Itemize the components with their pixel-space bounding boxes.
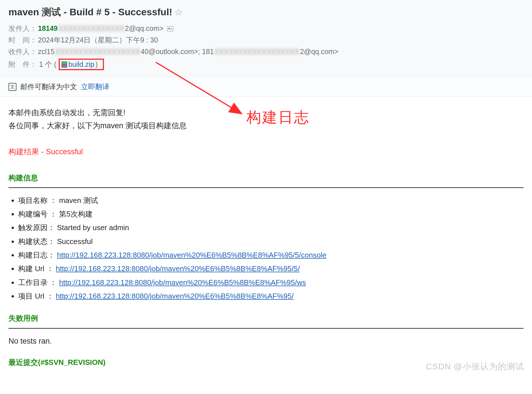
- list-item: 构建状态： Successful: [18, 236, 524, 247]
- recipient-part3: 2@qq.com>: [300, 48, 339, 55]
- sender-row: 发件人： 18149XXXXXXXXXXXXXX2@qq.com>: [8, 24, 524, 33]
- attachment-highlight-box: build.zip): [59, 59, 104, 70]
- sender-masked: XXXXXXXXXXXXXX: [58, 24, 124, 33]
- recipient-part2: 40@outlook.com>; 181: [141, 48, 214, 55]
- sender-suffix: 2@qq.com>: [125, 24, 163, 32]
- sender-label: 发件人：: [8, 24, 37, 33]
- email-header: maven 测试 - Build # 5 - Successful! ☆ 发件人…: [0, 0, 532, 77]
- list-item: 构建编号 ： 第5次构建: [18, 208, 524, 220]
- list-item: 项目名称 ： maven 测试: [18, 195, 524, 206]
- recipient-part1: zcl15: [38, 48, 54, 55]
- build-log-link[interactable]: http://192.168.223.128:8080/job/maven%20…: [57, 251, 326, 259]
- list-item: 工作目录 ： http://192.168.223.128:8080/job/m…: [18, 277, 524, 288]
- attachment-count: 1 个 (: [39, 60, 56, 69]
- annotation-label: 构建日志: [246, 108, 310, 127]
- translate-link[interactable]: 立即翻译: [81, 82, 109, 91]
- project-url-link[interactable]: http://192.168.223.128:8080/job/maven%20…: [56, 292, 294, 300]
- attachment-close: ): [95, 60, 98, 68]
- translate-text: 邮件可翻译为中文: [20, 82, 77, 91]
- separator-1: [8, 187, 524, 188]
- email-body: 本邮件由系统自动发出，无需回复! 各位同事，大家好，以下为maven 测试项目构…: [0, 97, 532, 377]
- subject-text: maven 测试 - Build # 5 - Successful!: [8, 6, 172, 19]
- separator-2: [8, 328, 524, 329]
- recipient-label: 收件人：: [8, 47, 37, 56]
- fail-cases-title: 失败用例: [8, 312, 524, 324]
- attachment-link[interactable]: build.zip: [68, 60, 94, 68]
- list-item: 项目 Url ： http://192.168.223.128:8080/job…: [18, 290, 524, 302]
- build-result: 构建结果 - Successful: [8, 146, 524, 158]
- email-subject: maven 测试 - Build # 5 - Successful! ☆: [8, 6, 524, 19]
- attachment-label: 附 件：: [8, 60, 37, 69]
- build-info-title: 构建信息: [8, 172, 524, 183]
- time-row: 时 间： 2024年12月24日（星期二）下午9 : 30: [8, 35, 524, 45]
- list-item: 构建日志： http://192.168.223.128:8080/job/ma…: [18, 249, 524, 261]
- no-tests-text: No tests ran.: [8, 335, 524, 347]
- build-url-link[interactable]: http://192.168.223.128:8080/job/maven%20…: [56, 264, 300, 273]
- translate-bar: 邮件可翻译为中文 立即翻译: [0, 77, 532, 97]
- time-value: 2024年12月24日（星期二）下午9 : 30: [38, 35, 158, 45]
- recipient-masked-1: XXXXXXXXXXXXXXXXXX: [55, 48, 140, 56]
- watermark: CSDN @小张认为的测试: [426, 361, 524, 372]
- vcard-icon[interactable]: [167, 26, 173, 31]
- workspace-link[interactable]: http://192.168.223.128:8080/job/maven%20…: [59, 278, 306, 287]
- list-item: 触发原因： Started by user admin: [18, 222, 524, 233]
- translate-icon[interactable]: [8, 83, 16, 91]
- build-info-list: 项目名称 ： maven 测试 构建编号 ： 第5次构建 触发原因： Start…: [8, 195, 524, 302]
- sender-prefix: 18149: [38, 24, 58, 32]
- attachment-row: 附 件： 1 个 ( build.zip): [8, 59, 524, 70]
- recipient-row: 收件人： zcl15XXXXXXXXXXXXXXXXXX40@outlook.c…: [8, 47, 524, 56]
- recipient-masked-2: XXXXXXXXXXXXXXXXXX: [214, 48, 299, 56]
- time-label: 时 间：: [8, 35, 37, 45]
- list-item: 构建 Url ： http://192.168.223.128:8080/job…: [18, 263, 524, 274]
- star-icon[interactable]: ☆: [175, 7, 183, 18]
- zip-icon: [61, 61, 67, 68]
